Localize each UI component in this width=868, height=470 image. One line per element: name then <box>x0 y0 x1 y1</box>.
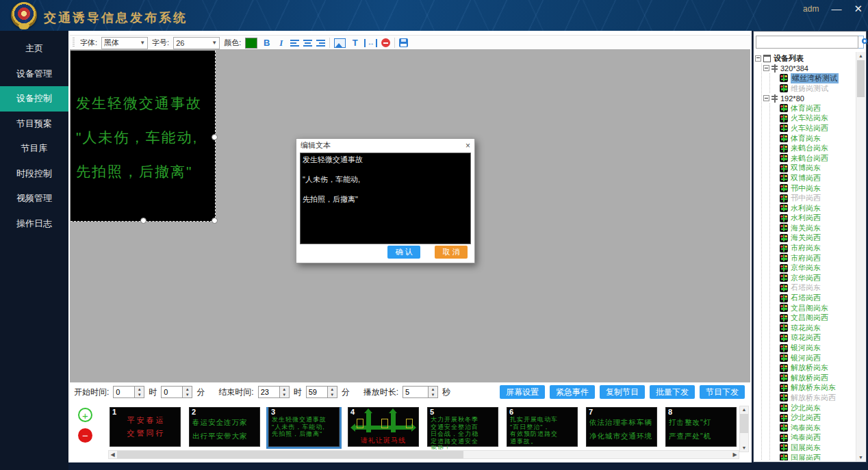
collapse-icon[interactable] <box>763 65 769 71</box>
insert-text-icon[interactable]: T <box>350 38 360 48</box>
device-tree-item[interactable]: 琼花岗西 <box>771 333 856 343</box>
playlist-item[interactable]: 5大力开展秋冬季交通安全整治百日会战，全力稳定道路交通安全形势！ <box>427 407 498 447</box>
cancel-button[interactable]: 取 消 <box>435 246 468 259</box>
sidebar-item[interactable]: 操作日志 <box>0 211 68 237</box>
scrollbar-thumb[interactable] <box>117 451 463 458</box>
device-tree-item[interactable]: 沙北岗东 <box>771 403 856 413</box>
align-left-icon[interactable] <box>290 40 299 47</box>
font-select[interactable]: 黑体▼ <box>101 37 148 49</box>
align-right-icon[interactable] <box>316 40 325 47</box>
device-tree-item[interactable]: 鸿泰岗西 <box>771 433 856 443</box>
device-tree-item[interactable]: 水利岗西 <box>771 213 856 224</box>
toolbar-grip[interactable] <box>73 38 75 48</box>
scroll-down-icon[interactable]: ▼ <box>740 445 748 452</box>
scrollbar-thumb[interactable] <box>857 60 865 97</box>
confirm-button[interactable]: 确 认 <box>387 246 420 259</box>
device-tree-item[interactable]: 石塔岗东 <box>771 283 856 293</box>
end-minute-input[interactable] <box>306 386 327 398</box>
spin-down-icon[interactable]: ▼ <box>328 392 337 397</box>
device-tree-item[interactable]: 国展岗东 <box>771 443 856 453</box>
device-tree-item[interactable]: 水利岗东 <box>771 203 856 213</box>
start-hour-stepper[interactable]: ▲▼ <box>113 386 144 398</box>
start-hour-input[interactable] <box>113 386 134 398</box>
tree-vertical-scrollbar[interactable]: ▲ ▼ <box>856 52 865 461</box>
horizontal-scrollbar[interactable]: ◀ ▶ <box>108 450 739 459</box>
resize-handle-right[interactable] <box>212 134 218 140</box>
playlist-item[interactable]: 8打击整改"灯严查严处"机 <box>665 407 737 447</box>
device-tree-item[interactable]: 双博岗东 <box>771 164 856 174</box>
sidebar-item[interactable]: 主页 <box>0 36 68 62</box>
spin-up-icon[interactable]: ▲ <box>183 387 192 392</box>
tree-group[interactable]: 320*384 <box>763 64 856 74</box>
spin-up-icon[interactable]: ▲ <box>328 387 337 392</box>
playlist-item[interactable]: 4请礼让斑马线 <box>348 407 419 447</box>
action-button[interactable]: 批量下发 <box>650 385 695 399</box>
spin-up-icon[interactable]: ▲ <box>429 387 437 392</box>
device-tree-item[interactable]: 解放桥岗西 <box>771 373 856 383</box>
action-button[interactable]: 紧急事件 <box>550 385 595 399</box>
scroll-up-icon[interactable]: ▲ <box>856 52 865 60</box>
device-tree-item[interactable]: 文昌阁岗西 <box>771 313 856 323</box>
device-tree-item[interactable]: 解放桥东岗东 <box>771 383 856 393</box>
resize-handle-bottom[interactable] <box>140 218 146 224</box>
scroll-up-icon[interactable]: ▲ <box>740 406 748 413</box>
spin-down-icon[interactable]: ▼ <box>183 392 192 397</box>
italic-button[interactable]: I <box>276 38 286 49</box>
device-tree-item[interactable]: 鸿泰岗东 <box>771 423 856 433</box>
spin-up-icon[interactable]: ▲ <box>135 387 144 392</box>
remove-program-button[interactable]: − <box>78 428 92 443</box>
device-tree-item[interactable]: 来鹤台岗西 <box>771 153 856 164</box>
device-tree-item[interactable]: 体育岗东 <box>771 133 856 144</box>
collapse-icon[interactable] <box>763 95 769 101</box>
device-tree-item[interactable]: 市府岗西 <box>771 253 856 263</box>
device-tree-item[interactable]: 双博岗西 <box>771 173 856 183</box>
resize-handle-corner[interactable] <box>212 218 218 224</box>
collapse-icon[interactable] <box>755 55 761 62</box>
device-tree-item[interactable]: 市府岗东 <box>771 243 856 253</box>
device-tree-item[interactable]: 海关岗西 <box>771 233 856 244</box>
spin-down-icon[interactable]: ▼ <box>280 392 289 397</box>
dialog-textarea[interactable]: 发生轻微交通事故 "人未伤，车能动, 先拍照，后撤离" <box>300 153 471 244</box>
spin-up-icon[interactable]: ▲ <box>280 387 289 392</box>
device-tree-item[interactable]: 邗中岗东 <box>771 183 856 194</box>
scroll-right-icon[interactable]: ▶ <box>731 451 739 458</box>
device-tree-item[interactable]: 银河岗西 <box>771 353 856 363</box>
device-tree-item[interactable]: 国展岗西 <box>771 453 856 460</box>
device-tree-item[interactable]: 银河岗东 <box>771 343 856 353</box>
sidebar-item[interactable]: 视频管理 <box>0 186 68 211</box>
led-display-preview[interactable]: 发生轻微交通事故"人未伤，车能动,先拍照，后撤离" <box>71 51 216 222</box>
device-tree-item[interactable]: 京华岗东 <box>771 263 856 273</box>
device-tree-item[interactable]: 来鹤台岗东 <box>771 143 856 153</box>
scroll-left-icon[interactable]: ◀ <box>109 451 116 458</box>
duration-stepper[interactable]: ▲▼ <box>403 386 438 398</box>
device-search-input[interactable] <box>756 36 858 49</box>
sidebar-item[interactable]: 节目预案 <box>0 112 68 137</box>
action-button[interactable]: 屏幕设置 <box>500 385 545 399</box>
search-button[interactable] <box>858 36 864 49</box>
device-tree-item[interactable]: 解放桥岗东 <box>771 363 856 373</box>
tree-group[interactable]: 192*80 <box>763 93 856 103</box>
sidebar-item[interactable]: 设备管理 <box>0 62 68 87</box>
device-tree-item[interactable]: 京华岗西 <box>771 273 856 283</box>
minimize-button[interactable]: — <box>831 3 841 15</box>
scrollbar-thumb[interactable] <box>740 414 748 433</box>
sidebar-item[interactable]: 时段控制 <box>0 161 68 187</box>
spin-down-icon[interactable]: ▼ <box>135 392 144 397</box>
fit-width-icon[interactable]: ↔ <box>364 39 377 47</box>
device-tree-item[interactable]: 石塔岗西 <box>771 293 856 303</box>
device-tree-item[interactable]: 琼花岗东 <box>771 323 856 333</box>
bold-button[interactable]: B <box>261 38 272 48</box>
playlist-item[interactable]: 3发生轻微交通事故"人未伤，车能动,先拍照，后撤离" <box>268 407 340 447</box>
stop-icon[interactable] <box>381 38 390 47</box>
device-tree-item[interactable]: 火车站岗东 <box>771 114 856 124</box>
device-tree-item[interactable]: 解放桥东岗西 <box>771 393 856 403</box>
font-size-select[interactable]: 26▼ <box>173 37 220 49</box>
duration-input[interactable] <box>403 386 428 398</box>
device-tree-item[interactable]: 沙北岗西 <box>771 413 856 423</box>
strip-vertical-scrollbar[interactable]: ▲ ▼ <box>739 406 749 452</box>
scroll-down-icon[interactable]: ▼ <box>856 454 865 461</box>
sidebar-item[interactable]: 节目库 <box>0 136 68 161</box>
end-hour-stepper[interactable]: ▲▼ <box>258 386 290 398</box>
tree-root[interactable]: 设备列表 <box>755 53 856 64</box>
device-tree-item[interactable]: 维扬岗测试 <box>771 83 856 94</box>
